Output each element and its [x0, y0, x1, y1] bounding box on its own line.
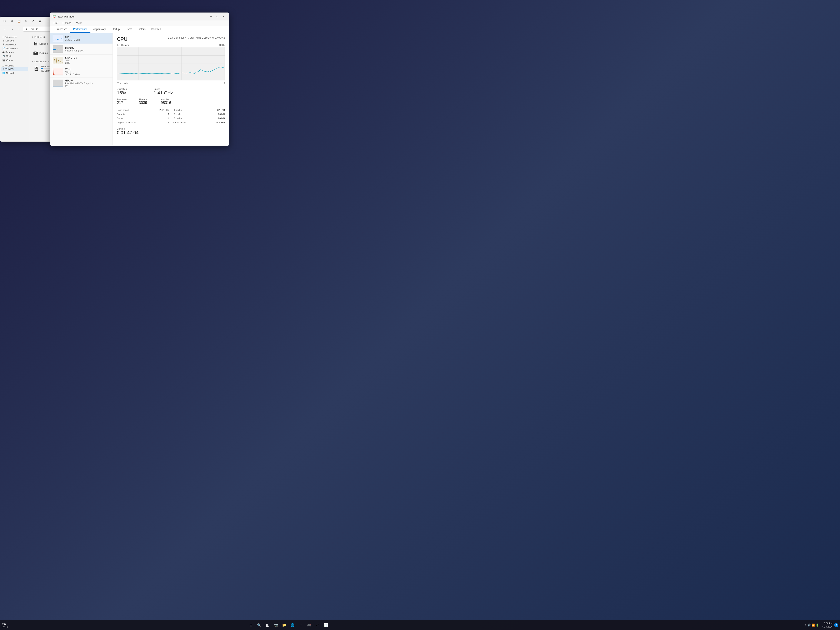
tm-wifi-info: Wi-Fi Wi-Fi S: 0 R: 0 Kbps: [65, 68, 110, 76]
tm-processes-val: 217: [117, 101, 137, 105]
tm-process-wifi[interactable]: Wi-Fi Wi-Fi S: 0 R: 0 Kbps: [50, 66, 112, 77]
tm-tab-apphistory[interactable]: App history: [90, 26, 109, 33]
tm-stats-grid: Utilization 15% Speed 1.41 GHz Processes…: [117, 88, 225, 105]
tm-tab-users[interactable]: Users: [123, 26, 135, 33]
tm-mem-detail: 6.8/15.8 GB (43%): [65, 49, 110, 52]
tm-tab-processes[interactable]: Processes: [53, 26, 70, 33]
fe-delete-btn[interactable]: 🗑: [37, 18, 43, 24]
fe-sidebar-pictures[interactable]: 🏔 Pictures: [1, 51, 28, 54]
tm-detail-l3: L3 cache: 8.0 MB: [172, 117, 225, 120]
tm-disk-name: Disk 0 (C:): [65, 56, 110, 59]
tm-maximize-btn[interactable]: □: [215, 14, 220, 19]
tm-close-btn[interactable]: ✕: [221, 14, 226, 19]
tm-cpu-thumb: .cpu-line { fill: none; stroke: #0078d4;…: [53, 35, 63, 42]
tm-menu-options[interactable]: Options: [62, 21, 72, 25]
taskbar-edge-btn[interactable]: 🌐: [289, 622, 296, 629]
tm-detail-basespeed: Base speed: 2.42 GHz: [117, 108, 169, 112]
taskbar-search-btn[interactable]: 🔍: [256, 622, 263, 629]
tm-detail-sockets: Sockets: 1: [117, 112, 169, 116]
weather-condition: Cloudy: [2, 625, 8, 628]
tm-window-controls: ─ □ ✕: [208, 14, 226, 19]
tm-stat-processes: Processes 217: [117, 98, 137, 105]
tm-gpu-info: GPU 0 Intel(R) Iris(R) Xe Graphics 0%: [65, 79, 110, 87]
fe-folder-pictures-label: Pictures: [39, 52, 48, 54]
taskbar-camera-btn[interactable]: 📷: [272, 622, 279, 629]
tm-process-memory[interactable]: Memory 6.8/15.8 GB (43%): [50, 44, 112, 55]
tm-cpu-graph: [117, 47, 225, 81]
taskbar-fileexp-btn[interactable]: 📁: [280, 622, 288, 629]
tm-tab-services[interactable]: Services: [148, 26, 164, 33]
fe-sidebar-downloads[interactable]: ⬇ Downloads: [1, 43, 28, 46]
tm-process-gpu[interactable]: GPU 0 Intel(R) Iris(R) Xe Graphics 0%: [50, 77, 112, 89]
tm-handles-val: 98316: [161, 101, 181, 105]
taskbar-store-btn[interactable]: ⊞: [297, 622, 305, 629]
tm-process-disk[interactable]: Disk 0 (C:) SSD 23%: [50, 55, 112, 66]
taskbar-sys-tray: ∧ 🔊 📶 🔋 3:56 PM 4/18/2024 S: [803, 622, 838, 628]
tm-stat-speed: Speed 1.41 GHz: [154, 88, 188, 96]
fe-up-dir-btn[interactable]: ↑: [16, 26, 22, 32]
taskbar-gaming-btn[interactable]: 🎮: [305, 622, 313, 629]
fe-folder-desktop-label: Desktop: [39, 43, 48, 45]
fe-forward-btn[interactable]: →: [9, 26, 15, 32]
fe-share-btn[interactable]: ↗: [30, 18, 36, 24]
fe-sidebar-videos[interactable]: 🎬 Videos: [1, 58, 28, 62]
fe-onedrive-section: ☁ OneDrive: [1, 63, 28, 67]
taskbar-taskview-btn[interactable]: ◧: [264, 622, 271, 629]
tm-process-cpu[interactable]: .cpu-line { fill: none; stroke: #0078d4;…: [50, 33, 112, 44]
task-manager-window: 📊 Task Manager ─ □ ✕ File Options View P…: [50, 13, 229, 146]
taskbar: 7°C Cloudy ⊞ 🔍 ◧ 📷 📁 🌐 ⊞ 🎮 🛡 📊 ∧ 🔊 �: [0, 620, 840, 630]
tm-cpu-title: CPU: [117, 36, 128, 42]
fe-sidebar-network[interactable]: 🌐 Network: [1, 71, 28, 75]
taskbar-antivirus-btn[interactable]: 🛡: [314, 622, 321, 629]
fe-quick-access-section: ∨ Quick access: [1, 35, 28, 39]
fe-rename-btn[interactable]: ✏: [23, 18, 29, 24]
tm-nav-tabs: Processes Performance App history Startu…: [50, 26, 229, 33]
tm-tab-startup[interactable]: Startup: [109, 26, 123, 33]
fe-more-btn[interactable]: ⋯: [44, 18, 50, 24]
taskbar-notification-btn[interactable]: S: [834, 623, 838, 627]
tm-disk-detail1: SSD: [65, 59, 110, 62]
fe-paste-btn[interactable]: 📋: [16, 18, 22, 24]
tm-process-list: .cpu-line { fill: none; stroke: #0078d4;…: [50, 33, 113, 145]
tm-minimize-btn[interactable]: ─: [208, 14, 214, 19]
tm-stat-utilization: Utilization 15%: [117, 88, 151, 96]
weather-widget: 7°C Cloudy: [2, 622, 8, 628]
tm-title-text: Task Manager: [58, 15, 75, 18]
fe-back-btn[interactable]: ←: [2, 26, 8, 32]
taskbar-taskmgr-btn[interactable]: 📊: [322, 622, 330, 629]
tm-detail-cores: Cores: 4: [117, 117, 169, 120]
tm-menu-view[interactable]: View: [76, 21, 82, 25]
desktop: ✂ ⧉ 📋 ✏ ↗ 🗑 ⋯ ↑ ← → ↑ 🖥 This PC ∨ ↺: [0, 0, 840, 630]
tm-tab-performance[interactable]: Performance: [70, 26, 90, 33]
tm-body: .cpu-line { fill: none; stroke: #0078d4;…: [50, 33, 229, 145]
tray-battery-icon[interactable]: 🔋: [816, 624, 819, 627]
fe-sidebar-music[interactable]: 🎵 Music: [1, 54, 28, 58]
taskbar-clock[interactable]: 3:56 PM 4/18/2024: [822, 622, 832, 628]
tm-graph-duration: 60 seconds: [117, 82, 128, 84]
tm-menu-bar: File Options View: [50, 21, 229, 26]
tm-speed-stat-value: 1.41 GHz: [154, 90, 188, 96]
tray-wifi-icon[interactable]: 📶: [812, 624, 815, 627]
tm-tab-details[interactable]: Details: [135, 26, 148, 33]
tm-wifi-detail1: Wi-Fi: [65, 71, 110, 73]
tray-speaker-icon[interactable]: 🔊: [807, 624, 811, 627]
fe-copy-btn[interactable]: ⧉: [9, 18, 15, 24]
tm-disk-thumb: [53, 57, 63, 64]
svg-rect-3: [53, 80, 63, 87]
fe-sidebar-documents[interactable]: 📄 Documents: [1, 46, 28, 51]
tm-cpu-name: CPU: [65, 36, 110, 38]
tm-cpu-info: CPU 15% 1.41 GHz: [65, 36, 110, 41]
fe-cut-btn[interactable]: ✂: [2, 18, 8, 24]
taskbar-start-btn[interactable]: ⊞: [247, 622, 254, 629]
tm-detail-l2: L2 cache: 5.0 MB: [172, 112, 225, 116]
tm-graph-min: 0: [224, 82, 225, 84]
tm-mem-thumb: [53, 46, 63, 53]
tm-app-icon: 📊: [53, 15, 56, 18]
fe-sidebar-thispc[interactable]: 🖥 This PC: [1, 67, 28, 71]
tm-mem-name: Memory: [65, 46, 110, 49]
tm-stats-row2: Processes 217 Threads 3039 Handles 98316: [117, 98, 225, 105]
tm-menu-file[interactable]: File: [53, 21, 58, 25]
fe-sidebar-desktop[interactable]: 🖥 Desktop: [1, 39, 28, 43]
tray-chevron-icon[interactable]: ∧: [804, 624, 807, 627]
tm-wifi-name: Wi-Fi: [65, 68, 110, 71]
